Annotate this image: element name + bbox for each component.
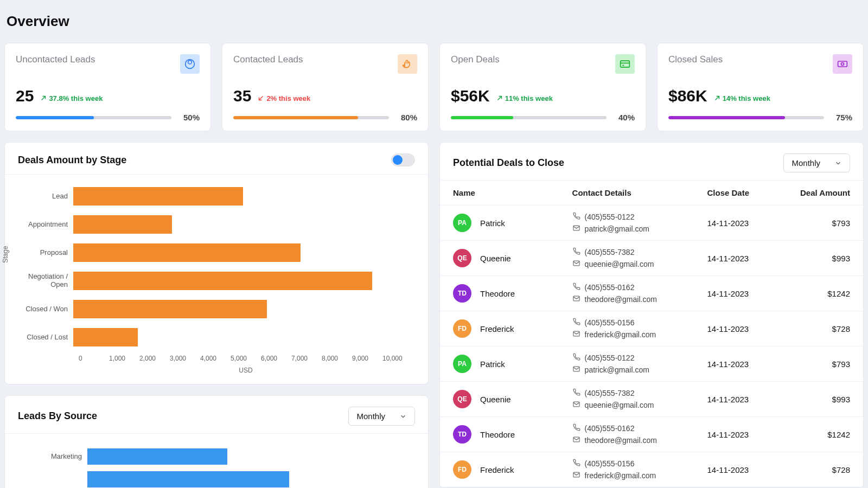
x-tick: 8,000 [322,355,352,362]
potential-deals-dropdown[interactable]: Monthly [783,153,850,172]
phone-icon [572,282,580,292]
progress-pct: 50% [179,113,200,122]
th-amount: Deal Amount [778,188,850,197]
avatar: PA [453,214,471,232]
avatar: QE [453,249,471,267]
close-date: 14-11-2023 [707,465,778,474]
svg-rect-8 [838,61,847,67]
email-text: theodore@gmail.com [585,436,657,445]
bar-fill [73,300,267,318]
x-tick: 3,000 [170,355,200,362]
table-row[interactable]: PA Patrick (405)555-0122 patrick@gmail.c… [440,346,863,382]
table-row[interactable]: FD Frederick (405)555-0156 frederick@gma… [440,311,863,346]
leads-by-source-panel: Leads By Source Monthly Marketing [4,395,429,488]
table-row[interactable]: QE Queenie (405)555-7382 queenie@gmail.c… [440,241,863,276]
chevron-down-icon [834,159,842,167]
metric-cards-row: Uncontacted Leads 25 37.8% this week 50%… [4,43,864,131]
chart-bar-row: Marketing [11,447,413,466]
chart-bar-row: Negotiation / Open [11,270,413,292]
bar-fill [73,215,172,234]
bar-label: Marketing [11,453,87,461]
bar-fill [73,272,372,290]
mail-icon [572,400,580,410]
deal-name: Patrick [480,219,505,228]
email-text: frederick@gmail.com [585,330,656,339]
phone-text: (405)555-0162 [585,424,635,433]
email-text: patrick@gmail.com [585,224,649,233]
leads-by-source-title: Leads By Source [18,410,97,422]
mail-icon [572,365,580,375]
svg-point-0 [188,60,192,64]
table-row[interactable]: PA Patrick (405)555-0122 patrick@gmail.c… [440,206,863,241]
deal-name: Frederick [480,324,514,333]
close-date: 14-11-2023 [707,324,778,333]
metric-card-open_deals[interactable]: Open Deals $56K 11% this week 40% [439,43,646,131]
contact-cell: (405)555-0122 patrick@gmail.com [572,353,707,375]
leads-by-source-chart: Marketing [5,434,428,488]
x-tick: 5,000 [231,355,261,362]
progress-pct: 75% [832,113,852,122]
dropdown-label: Monthly [356,412,385,421]
bar-label: Closed / Lost [11,333,73,342]
bar-label: Negotiation / Open [11,273,73,289]
deal-name: Queenie [480,254,511,263]
leads-by-source-dropdown[interactable]: Monthly [348,407,415,426]
contact-cell: (405)555-7382 queenie@gmail.com [572,247,707,269]
touch-icon [398,54,417,74]
phone-icon [572,459,580,468]
deal-amount: $728 [778,324,850,333]
progress-pct: 40% [614,113,635,122]
svg-line-12 [715,97,719,100]
progress-bar [233,116,389,119]
table-row[interactable]: TD Theodore (405)555-0162 theodore@gmail… [440,276,863,311]
deal-name: Queenie [480,395,511,404]
chevron-down-icon [399,413,407,420]
contact-cell: (405)555-7382 queenie@gmail.com [572,388,707,410]
x-tick: 1,000 [109,355,139,362]
phone-icon [572,423,580,433]
metric-value: $56K [451,87,490,105]
mail-icon [572,294,580,304]
user-icon [180,54,200,74]
potential-deals-title: Potential Deals to Close [453,157,564,169]
svg-point-9 [841,63,844,66]
x-tick: 10,000 [382,355,413,362]
x-axis: 01,0002,0003,0004,0005,0006,0007,0008,00… [79,355,413,362]
x-tick: 7,000 [291,355,322,362]
contact-cell: (405)555-0162 theodore@gmail.com [572,282,707,304]
progress-bar [16,116,171,119]
table-row[interactable]: QE Queenie (405)555-7382 queenie@gmail.c… [440,382,863,417]
mail-icon [572,330,580,339]
email-text: frederick@gmail.com [585,471,656,480]
deals-by-stage-panel: Deals Amount by Stage Stage Lead Appoint… [4,142,429,384]
deal-amount: $1242 [778,289,850,298]
deal-amount: $793 [778,219,850,228]
metric-card-contacted[interactable]: Contacted Leads 35 2% this week 80% [222,43,429,131]
close-date: 14-11-2023 [707,254,778,263]
email-text: theodore@gmail.com [585,295,657,304]
table-row[interactable]: FD Frederick (405)555-0156 frederick@gma… [440,452,863,487]
avatar: FD [453,319,471,338]
bar-label: Appointment [11,221,73,229]
table-row[interactable]: TD Theodore (405)555-0162 theodore@gmail… [440,417,863,452]
metric-value: $86K [668,87,707,105]
chart-bar-row: Closed / Lost [11,326,413,348]
deal-amount: $993 [778,254,850,263]
deals-by-stage-toggle[interactable] [391,153,415,166]
progress-pct: 80% [397,113,417,122]
deal-amount: $1242 [778,430,850,439]
metric-card-uncontacted[interactable]: Uncontacted Leads 25 37.8% this week 50% [4,43,211,131]
deal-amount: $793 [778,359,850,369]
phone-icon [572,353,580,363]
x-tick: 9,000 [352,355,382,362]
metric-card-closed_sales[interactable]: Closed Sales $86K 14% this week 75% [657,43,864,131]
bar-fill [73,328,138,346]
x-tick: 6,000 [261,355,291,362]
deal-name: Frederick [480,465,514,474]
deal-amount: $728 [778,465,850,474]
avatar: FD [453,460,471,479]
th-close-date: Close Date [707,188,778,197]
table-header-row: Name Contact Details Close Date Deal Amo… [440,181,863,206]
th-contact: Contact Details [572,188,707,197]
avatar: PA [453,355,471,373]
